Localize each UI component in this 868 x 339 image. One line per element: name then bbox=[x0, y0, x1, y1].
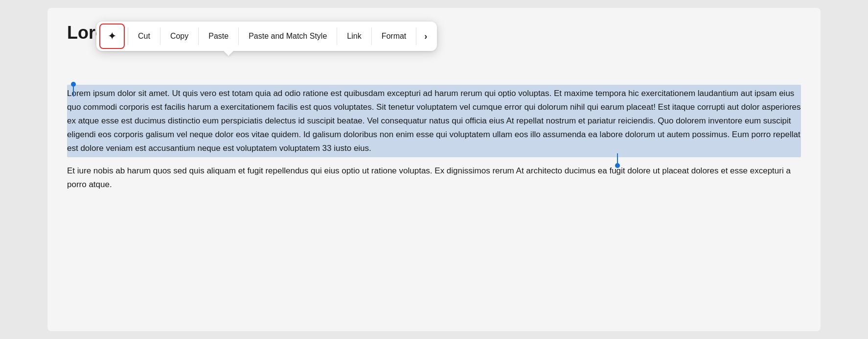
normal-paragraph: Et iure nobis ab harum quos sed quis ali… bbox=[67, 166, 791, 189]
selected-text[interactable]: Lorem ipsum dolor sit amet. Ut quis vero… bbox=[67, 85, 801, 157]
cursor-top bbox=[71, 82, 76, 97]
content-area: Lorem ipsum dolor sit amet. Ut quis vero… bbox=[67, 85, 801, 194]
copy-button[interactable]: Copy bbox=[161, 24, 197, 49]
toolbar-divider-4 bbox=[238, 27, 239, 45]
link-button[interactable]: Link bbox=[338, 24, 370, 49]
ai-star-icon: ✦ bbox=[108, 30, 116, 43]
more-button[interactable]: › bbox=[417, 24, 434, 49]
paste-match-button[interactable]: Paste and Match Style bbox=[240, 24, 336, 49]
toolbar-divider-5 bbox=[337, 27, 337, 45]
cursor-dot-top bbox=[71, 82, 76, 87]
cut-button[interactable]: Cut bbox=[129, 24, 159, 49]
toolbar-divider-2 bbox=[160, 27, 160, 45]
cursor-line-bottom bbox=[617, 153, 618, 163]
normal-text: Et iure nobis ab harum quos sed quis ali… bbox=[67, 162, 801, 194]
format-button[interactable]: Format bbox=[373, 24, 415, 49]
toolbar-arrow bbox=[224, 51, 233, 56]
selected-paragraph: Lorem ipsum dolor sit amet. Ut quis vero… bbox=[67, 89, 801, 153]
toolbar-divider-6 bbox=[371, 27, 372, 45]
toolbar-divider-3 bbox=[198, 27, 199, 45]
toolbar: ✦ Cut Copy Paste Paste and Match Style L… bbox=[96, 22, 437, 51]
toolbar-divider-7 bbox=[416, 27, 416, 45]
cursor-bottom bbox=[615, 153, 620, 168]
page-container: Lorer ✦ Cut Copy Paste Paste and Match S… bbox=[47, 8, 821, 331]
cursor-line-top bbox=[73, 87, 74, 97]
paste-button[interactable]: Paste bbox=[200, 24, 237, 49]
toolbar-divider-1 bbox=[128, 27, 128, 45]
ai-button[interactable]: ✦ bbox=[99, 24, 125, 49]
cursor-dot-bottom bbox=[615, 163, 620, 168]
